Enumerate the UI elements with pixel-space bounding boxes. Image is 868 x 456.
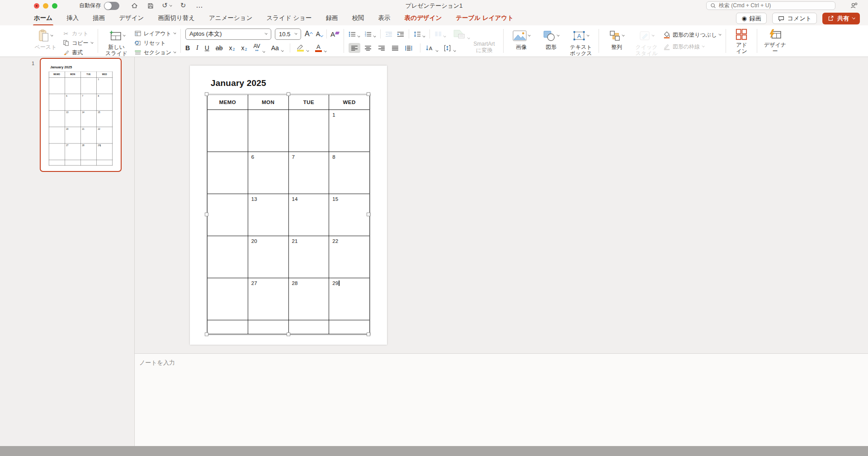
calendar-cell[interactable]: 29 [329, 278, 370, 320]
calendar-cell[interactable]: 27 [65, 143, 80, 160]
search-input[interactable]: 検索 (Cmd + Ctrl + U) [706, 1, 835, 10]
calendar-header-cell[interactable]: MON [65, 71, 80, 77]
align-left-button[interactable] [349, 43, 360, 53]
tab-transitions[interactable]: 画面切り替え [158, 11, 195, 26]
calendar-cell[interactable]: 28 [288, 278, 329, 320]
notes-pane[interactable]: ノートを入力 [135, 353, 868, 446]
calendar-cell[interactable]: 13 [248, 194, 288, 236]
tab-table-layout[interactable]: テーブル レイアウト [456, 11, 514, 26]
calendar-cell[interactable]: 14 [80, 110, 96, 127]
increase-indent-button[interactable] [397, 31, 404, 37]
tab-view[interactable]: 表示 [378, 11, 391, 26]
comments-button[interactable]: コメント [772, 13, 817, 24]
calendar-cell[interactable] [49, 77, 65, 94]
calendar-header-cell[interactable]: MON [248, 95, 288, 110]
text-direction-button[interactable]: A [426, 45, 438, 52]
bold-button[interactable]: B [185, 44, 190, 52]
slide-title[interactable]: January 2025 [211, 78, 266, 88]
tab-table-design[interactable]: 表のデザイン [405, 11, 442, 26]
font-size-select[interactable]: 10.5 [275, 28, 301, 40]
subscript-button[interactable]: x2 [241, 44, 247, 52]
distribute-text-button[interactable] [403, 43, 415, 53]
tab-design[interactable]: デザイン [119, 11, 144, 26]
handle-mid-right[interactable] [367, 213, 370, 216]
text-highlight-button[interactable] [297, 44, 309, 52]
handle-top-center[interactable] [287, 92, 290, 96]
smartart-pennant-button[interactable] [453, 29, 470, 39]
tab-insert[interactable]: 挿入 [66, 11, 79, 26]
shape-fill-button[interactable]: 図形の塗りつぶし [663, 31, 721, 39]
calendar-table[interactable]: MEMOMONTUEWED1678131415202122272829 [49, 71, 113, 166]
arrange-button[interactable]: 整列 [604, 28, 630, 51]
calendar-cell[interactable] [248, 320, 288, 334]
calendar-cell[interactable]: 22 [97, 127, 113, 143]
underline-button[interactable]: U [205, 44, 209, 52]
calendar-cell[interactable] [97, 160, 113, 166]
addins-button[interactable]: アド イン [731, 27, 752, 55]
calendar-cell[interactable]: 22 [329, 236, 370, 278]
change-case-button[interactable]: Aa [271, 44, 283, 52]
handle-bottom-right[interactable] [367, 332, 370, 336]
picture-button[interactable]: 画像 [508, 28, 534, 51]
calendar-cell[interactable] [80, 160, 96, 166]
section-button[interactable]: セクション [134, 48, 176, 57]
record-button[interactable]: ◉ 録画 [736, 13, 766, 24]
slide-canvas[interactable]: January 2025 MEMOMONTUEWED16781314152021… [190, 66, 387, 345]
calendar-cell[interactable]: 20 [248, 236, 288, 278]
calendar-cell[interactable] [49, 160, 65, 166]
calendar-header-cell[interactable]: WED [97, 71, 113, 77]
clear-formatting-button[interactable]: A [330, 30, 339, 38]
calendar-cell[interactable]: 20 [65, 127, 80, 143]
bullets-button[interactable] [349, 31, 360, 37]
handle-top-right[interactable] [367, 92, 370, 96]
calendar-cell[interactable] [49, 94, 65, 110]
paste-button[interactable]: ペースト [33, 28, 59, 51]
calendar-cell[interactable] [49, 143, 65, 160]
tab-animations[interactable]: アニメーション [209, 11, 252, 26]
calendar-cell[interactable] [208, 194, 248, 236]
handle-mid-left[interactable] [205, 213, 208, 216]
calendar-cell[interactable]: 28 [80, 143, 96, 160]
superscript-button[interactable]: x2 [229, 44, 235, 52]
account-icon[interactable] [850, 1, 858, 10]
tab-slideshow[interactable]: スライド ショー [266, 11, 311, 26]
calendar-cell[interactable]: 7 [80, 94, 96, 110]
format-painter-button[interactable]: 書式 [62, 48, 93, 57]
calendar-table[interactable]: MEMOMONTUEWED1678131415202122272829 [207, 95, 370, 334]
calendar-cell[interactable]: 15 [97, 110, 113, 127]
shape-outline-button[interactable]: 図形の枠線 [663, 43, 721, 51]
calendar-cell[interactable]: 15 [329, 194, 370, 236]
copy-button[interactable]: コピー [62, 39, 93, 47]
calendar-cell[interactable]: 6 [248, 152, 288, 194]
notes-placeholder[interactable]: ノートを入力 [139, 359, 175, 367]
calendar-header-cell[interactable]: TUE [80, 71, 96, 77]
calendar-cell[interactable] [288, 110, 329, 152]
numbering-button[interactable]: 123 [364, 31, 376, 37]
decrease-indent-button[interactable] [385, 31, 392, 37]
align-center-button[interactable] [362, 43, 374, 53]
share-button[interactable]: 共有 [822, 13, 860, 24]
calendar-cell[interactable]: 21 [288, 236, 329, 278]
calendar-cell[interactable]: 8 [329, 152, 370, 194]
calendar-cell[interactable] [80, 77, 96, 94]
calendar-header-cell[interactable]: WED [329, 95, 370, 110]
designer-button[interactable]: デザイナー [762, 27, 788, 55]
font-name-select[interactable]: Aptos (本文) [185, 28, 271, 40]
font-color-button[interactable]: A [315, 44, 326, 52]
calendar-table-host[interactable]: MEMOMONTUEWED1678131415202122272829 [207, 95, 370, 334]
tab-draw[interactable]: 描画 [93, 11, 105, 26]
calendar-cell[interactable]: 1 [329, 110, 370, 152]
grow-font-button[interactable]: A [305, 30, 312, 38]
calendar-cell[interactable]: 7 [288, 152, 329, 194]
calendar-cell[interactable] [49, 110, 65, 127]
smartart-convert-button[interactable]: SmartArt に変換 [470, 27, 499, 55]
calendar-cell[interactable]: 21 [80, 127, 96, 143]
calendar-header-cell[interactable]: MEMO [49, 71, 65, 77]
calendar-cell[interactable] [329, 320, 370, 334]
quick-styles-button[interactable]: クイック スタイル [633, 28, 660, 57]
calendar-cell[interactable] [208, 236, 248, 278]
line-spacing-button[interactable] [414, 31, 425, 37]
vertical-align-button[interactable] [443, 45, 456, 52]
tab-record[interactable]: 録画 [326, 11, 338, 26]
calendar-cell[interactable]: 13 [65, 110, 80, 127]
